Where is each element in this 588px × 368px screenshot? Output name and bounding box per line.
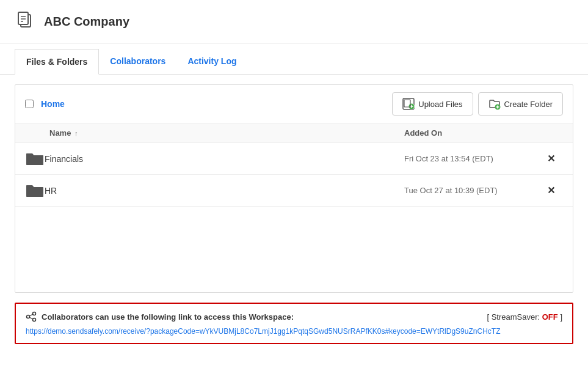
empty-area xyxy=(15,207,573,292)
svg-line-17 xyxy=(29,314,32,316)
app-logo xyxy=(15,10,37,34)
create-folder-label: Create Folder xyxy=(504,100,553,109)
bottom-bar-right: [ StreamSaver: OFF ] xyxy=(487,312,562,322)
app-header: ABC Company xyxy=(0,0,588,44)
main-content: Home Upload Files xyxy=(15,84,573,293)
workspace-link[interactable]: https://demo.sendsafely.com/receive/?pac… xyxy=(26,327,500,336)
bottom-bar: Collaborators can use the following link… xyxy=(15,303,573,344)
bottom-bar-left: Collaborators can use the following link… xyxy=(26,311,294,322)
svg-rect-1 xyxy=(18,12,28,24)
col-name-header: Name ↑ xyxy=(25,128,404,138)
svg-point-15 xyxy=(27,315,30,318)
table-row: HR Tue Oct 27 at 10:39 (EDT) ✕ xyxy=(15,175,573,207)
toolbar: Home Upload Files xyxy=(15,85,573,123)
home-link[interactable]: Home xyxy=(41,99,65,109)
svg-line-18 xyxy=(29,317,32,319)
share-icon xyxy=(26,311,37,322)
upload-files-button[interactable]: Upload Files xyxy=(392,92,473,116)
streamsaver-status[interactable]: OFF xyxy=(542,312,558,322)
delete-file-button[interactable]: ✕ xyxy=(539,185,563,196)
folder-icon xyxy=(25,150,45,167)
app-title: ABC Company xyxy=(44,15,129,29)
tabs-container: Files & Folders Collaborators Activity L… xyxy=(0,49,588,75)
tab-files-folders[interactable]: Files & Folders xyxy=(15,49,99,75)
table-header: Name ↑ Added On xyxy=(15,123,573,143)
file-date: Fri Oct 23 at 13:54 (EDT) xyxy=(404,154,539,163)
tab-collaborators[interactable]: Collaborators xyxy=(99,49,176,74)
create-folder-button[interactable]: Create Folder xyxy=(478,92,563,116)
folder-icon xyxy=(25,182,45,199)
home-checkbox[interactable] xyxy=(25,100,34,108)
delete-file-button[interactable]: ✕ xyxy=(539,153,563,164)
tab-activity-log[interactable]: Activity Log xyxy=(176,49,247,74)
streamsaver-close: ] xyxy=(560,312,562,322)
svg-point-14 xyxy=(33,312,36,315)
sort-arrow: ↑ xyxy=(74,130,78,137)
bottom-bar-top: Collaborators can use the following link… xyxy=(26,311,562,322)
table-row: Financials Fri Oct 23 at 13:54 (EDT) ✕ xyxy=(15,143,573,175)
file-date: Tue Oct 27 at 10:39 (EDT) xyxy=(404,186,539,195)
upload-icon xyxy=(402,98,415,110)
upload-files-label: Upload Files xyxy=(418,100,462,109)
bottom-bar-message: Collaborators can use the following link… xyxy=(42,312,294,322)
file-name: HR xyxy=(45,186,404,196)
col-added-header: Added On xyxy=(404,128,539,138)
toolbar-right: Upload Files Create Folder xyxy=(392,92,563,116)
svg-point-16 xyxy=(33,318,36,322)
create-folder-icon xyxy=(488,98,501,110)
streamsaver-label: [ StreamSaver: xyxy=(487,312,540,322)
file-name: Financials xyxy=(45,154,404,164)
toolbar-left: Home xyxy=(25,99,65,109)
